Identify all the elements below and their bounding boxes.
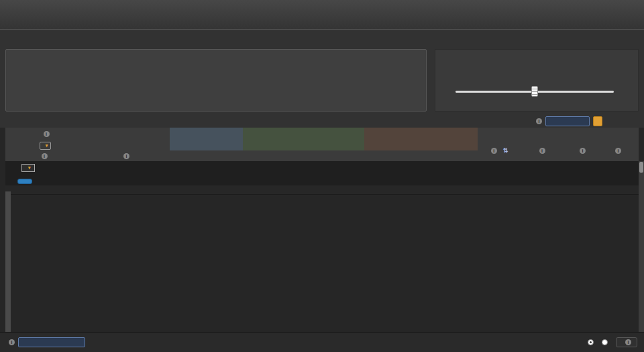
table-header bbox=[5, 128, 639, 162]
spf-header bbox=[243, 128, 364, 140]
filter-button[interactable] bbox=[593, 116, 602, 126]
scrollbar-thumb[interactable] bbox=[639, 162, 643, 173]
counts-radio[interactable] bbox=[588, 339, 594, 345]
app-header bbox=[0, 0, 644, 30]
info-icon bbox=[9, 339, 15, 345]
threat-table bbox=[0, 128, 644, 332]
dmarc-compliance-header bbox=[170, 128, 243, 140]
spf-alignment-header bbox=[291, 140, 339, 150]
info-icon bbox=[44, 131, 50, 137]
group-by-dropdown-wrap bbox=[5, 140, 85, 150]
email-volume-chart bbox=[5, 49, 427, 112]
quick-filter-top bbox=[533, 116, 602, 126]
dkim-policy-header bbox=[455, 140, 478, 150]
group-column-header[interactable] bbox=[5, 150, 85, 161]
info-icon bbox=[625, 339, 631, 345]
spf-authentication-header bbox=[243, 140, 291, 150]
related-domains-column-header[interactable] bbox=[602, 140, 636, 161]
info-icon bbox=[491, 148, 497, 154]
group-by-dropdown[interactable] bbox=[40, 142, 52, 150]
quick-filter-bottom bbox=[5, 337, 85, 347]
provider-header bbox=[85, 128, 170, 140]
sub-data-bar bbox=[5, 162, 639, 185]
info-icon bbox=[123, 153, 129, 159]
group-by-header bbox=[5, 128, 85, 140]
bottom-bar bbox=[0, 332, 644, 352]
download-csv-button[interactable] bbox=[616, 337, 637, 347]
protection-slider-handle[interactable] bbox=[531, 86, 538, 97]
brand bbox=[7, 3, 114, 29]
info-icon bbox=[615, 148, 621, 154]
info-icon bbox=[42, 153, 48, 159]
tool-description bbox=[114, 3, 637, 29]
more-row bbox=[5, 185, 639, 195]
group-indent-strip bbox=[5, 191, 11, 332]
chevron-down-icon bbox=[46, 143, 48, 148]
sort-icon[interactable] bbox=[503, 147, 508, 154]
bottom-quick-filter-input[interactable] bbox=[18, 337, 85, 347]
protection-slider-panel bbox=[435, 49, 639, 112]
mxrep-column-header[interactable] bbox=[478, 140, 521, 161]
rates-radio[interactable] bbox=[602, 339, 608, 345]
reported-email-volume-header[interactable] bbox=[85, 150, 170, 161]
forensics-samples-column-header[interactable] bbox=[565, 140, 602, 161]
email-volume-chart-svg bbox=[17, 50, 419, 111]
info-icon bbox=[539, 148, 545, 154]
dmarc-spacer bbox=[170, 140, 243, 150]
dkim-header bbox=[364, 128, 478, 140]
show-by-controls bbox=[584, 337, 637, 347]
chevron-down-icon bbox=[28, 165, 31, 171]
spf-policy-header bbox=[339, 140, 364, 150]
protection-slider[interactable] bbox=[455, 91, 614, 93]
manage-selected-button[interactable] bbox=[17, 179, 32, 184]
info-icon bbox=[580, 148, 586, 154]
info-icon bbox=[536, 118, 542, 124]
sub-data-dropdown[interactable] bbox=[21, 164, 35, 172]
dkim-alignment-header bbox=[410, 140, 455, 150]
blacklists-column-header[interactable] bbox=[521, 140, 565, 161]
quick-filter-input[interactable] bbox=[545, 116, 590, 126]
table-scrollbar[interactable] bbox=[639, 161, 644, 332]
dkim-authentication-header bbox=[364, 140, 410, 150]
overview-panels bbox=[0, 30, 644, 128]
